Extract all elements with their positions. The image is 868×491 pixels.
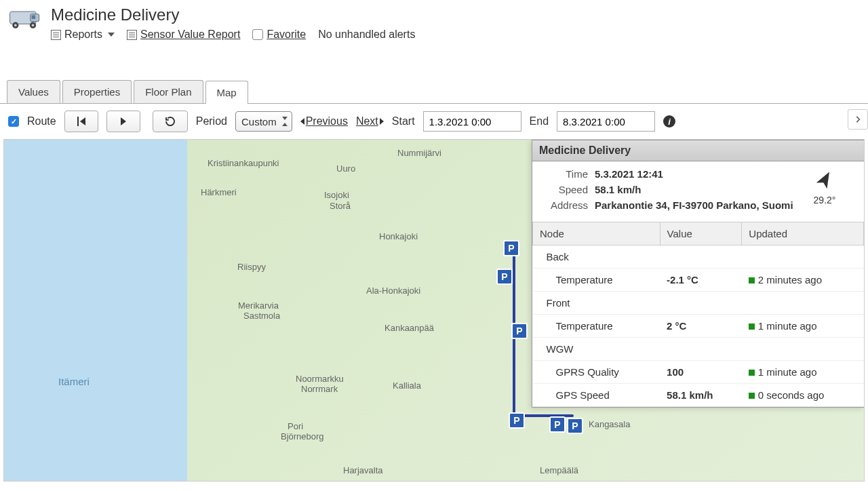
report-icon xyxy=(127,30,137,40)
vehicle-info-panel: Medicine Delivery 29.2° Time5.3.2021 12:… xyxy=(532,140,864,408)
parking-marker[interactable]: P xyxy=(496,269,513,285)
map-controls: Route Period Custom Previous Next Start … xyxy=(0,104,868,139)
page-title: Medicine Delivery xyxy=(51,5,861,24)
refresh-button[interactable] xyxy=(153,111,188,132)
parking-marker[interactable]: P xyxy=(549,416,566,433)
previous-link[interactable]: Previous xyxy=(300,115,348,127)
reports-dropdown[interactable]: Reports xyxy=(51,28,115,41)
tab-map[interactable]: Map xyxy=(205,81,248,104)
sea-region xyxy=(4,140,194,481)
period-label: Period xyxy=(196,115,227,127)
speed-label: Speed xyxy=(540,184,588,195)
alerts-status: No unhandled alerts xyxy=(318,28,415,41)
address-value: Parkanontie 34, FI-39700 Parkano, Suomi xyxy=(595,199,793,211)
heading-indicator: 29.2° xyxy=(812,168,837,205)
header-toolbar: Reports Sensor Value Report Favorite No … xyxy=(51,28,861,41)
delivery-van-icon xyxy=(7,5,44,33)
svg-rect-2 xyxy=(32,16,36,20)
next-link[interactable]: Next xyxy=(356,115,384,127)
map-place-label: Norrmark xyxy=(301,384,338,394)
map-place-label: Kankaanpää xyxy=(384,323,434,333)
play-button[interactable] xyxy=(106,111,140,132)
sensor-group-row: Back xyxy=(533,246,864,269)
col-updated[interactable]: Updated xyxy=(742,222,864,246)
refresh-icon xyxy=(164,115,176,127)
sensor-data-row: GPRS Quality1001 minute ago xyxy=(533,361,864,384)
map-place-label: Merikarvia xyxy=(238,300,279,311)
skip-back-button[interactable] xyxy=(64,111,98,132)
map-place-label: Noormarkku xyxy=(296,374,344,384)
report-icon xyxy=(51,30,61,40)
map-place-label: Isojoki xyxy=(324,190,349,200)
end-label: End xyxy=(530,115,549,127)
period-select[interactable]: Custom xyxy=(235,111,292,132)
info-panel-title: Medicine Delivery xyxy=(532,140,864,161)
tab-values[interactable]: Values xyxy=(7,80,60,103)
map-place-label: Härkmeri xyxy=(201,187,237,197)
panel-collapse-button[interactable] xyxy=(848,109,868,130)
map-place-label: Uuro xyxy=(336,163,355,174)
sensor-group-row: Front xyxy=(533,292,864,315)
tab-bar: ValuesPropertiesFloor PlanMap xyxy=(0,80,868,104)
chevron-right-icon xyxy=(853,115,863,124)
tab-floor-plan[interactable]: Floor Plan xyxy=(134,80,203,103)
map-place-label: Storå xyxy=(330,201,351,211)
parking-marker[interactable]: P xyxy=(511,323,528,339)
favorite-toggle[interactable]: Favorite xyxy=(252,28,306,41)
heading-value: 29.2° xyxy=(812,195,837,205)
start-input[interactable] xyxy=(423,111,521,132)
svg-point-6 xyxy=(32,24,35,26)
map-place-label: Kalliala xyxy=(393,380,421,391)
sensor-report-label: Sensor Value Report xyxy=(140,28,240,41)
route-checkbox[interactable] xyxy=(8,116,19,127)
sea-label: Itämeri xyxy=(58,376,90,387)
map-place-label: Pori xyxy=(288,421,303,431)
app-header: Medicine Delivery Reports Sensor Value R… xyxy=(0,0,868,46)
address-label: Address xyxy=(540,199,588,211)
sensor-value-report-link[interactable]: Sensor Value Report xyxy=(127,28,240,41)
sensor-data-row: Temperature-2.1 °C2 minutes ago xyxy=(533,269,864,292)
sensor-table: Node Value Updated BackTemperature-2.1 °… xyxy=(532,222,864,407)
map-place-label: Harjavalta xyxy=(343,465,383,475)
col-node[interactable]: Node xyxy=(533,222,660,246)
parking-marker[interactable]: P xyxy=(509,412,525,429)
tab-properties[interactable]: Properties xyxy=(62,80,132,103)
sensor-group-row: WGW xyxy=(533,338,864,361)
map-place-label: Ala-Honkajoki xyxy=(366,286,420,296)
map-place-label: Nummijärvi xyxy=(397,148,441,158)
map-place-label: Riispyy xyxy=(237,262,266,272)
favorite-label: Favorite xyxy=(267,28,306,41)
map-place-label: Sastmola xyxy=(243,311,280,321)
sensor-data-row: Temperature2 °C1 minute ago xyxy=(533,315,864,338)
time-label: Time xyxy=(540,168,588,180)
col-value[interactable]: Value xyxy=(660,222,742,246)
reports-label: Reports xyxy=(64,28,102,41)
favorite-checkbox[interactable] xyxy=(252,29,263,40)
start-label: Start xyxy=(392,115,415,127)
route-label: Route xyxy=(27,115,56,127)
sensor-data-row: GPS Speed58.1 km/h0 seconds ago xyxy=(533,384,864,407)
map-canvas[interactable]: Itämeri KristiinankaupunkiHärkmeriUuroNu… xyxy=(3,139,865,482)
map-place-label: Kangasala xyxy=(589,419,630,429)
map-place-label: Lempäälä xyxy=(540,465,578,475)
parking-marker[interactable]: P xyxy=(503,240,519,256)
time-value: 5.3.2021 12:41 xyxy=(595,168,663,180)
caret-down-icon xyxy=(108,33,115,37)
end-input[interactable] xyxy=(557,111,655,132)
parking-marker[interactable]: P xyxy=(567,418,583,434)
map-place-label: Kristiinankaupunki xyxy=(208,158,279,168)
info-icon[interactable]: i xyxy=(663,115,675,127)
map-place-label: Honkajoki xyxy=(379,231,418,241)
svg-point-4 xyxy=(14,24,17,26)
map-place-label: Björneborg xyxy=(281,431,324,441)
speed-value: 58.1 km/h xyxy=(595,184,641,195)
